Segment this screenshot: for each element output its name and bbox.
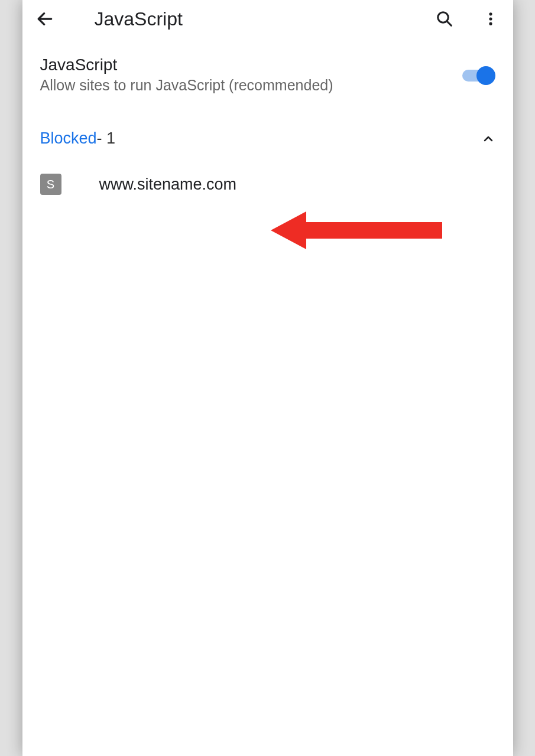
setting-subtitle: Allow sites to run JavaScript (recommend…: [40, 77, 462, 94]
section-count: - 1: [97, 129, 116, 148]
svg-point-5: [489, 22, 492, 25]
back-button[interactable]: [34, 8, 56, 30]
section-label: Blocked: [40, 129, 97, 148]
setting-title: JavaScript: [40, 56, 462, 74]
site-url: www.sitename.com: [99, 175, 237, 194]
app-header: JavaScript: [22, 0, 513, 38]
chevron-up-icon: [481, 132, 495, 146]
page-title: JavaScript: [95, 8, 419, 30]
search-button[interactable]: [434, 8, 455, 30]
setting-text-block: JavaScript Allow sites to run JavaScript…: [40, 56, 462, 94]
javascript-toggle[interactable]: [462, 66, 495, 84]
svg-line-2: [446, 21, 451, 26]
svg-marker-6: [271, 211, 442, 249]
site-favicon: S: [40, 174, 61, 195]
annotation-arrow-icon: [271, 207, 448, 254]
more-menu-button[interactable]: [480, 8, 501, 30]
blocked-section-header[interactable]: Blocked - 1: [22, 106, 513, 159]
svg-point-4: [489, 17, 492, 20]
svg-point-3: [489, 12, 492, 15]
toggle-thumb: [476, 66, 495, 85]
blocked-site-row[interactable]: S www.sitename.com: [22, 159, 513, 209]
javascript-setting-row[interactable]: JavaScript Allow sites to run JavaScript…: [22, 38, 513, 106]
